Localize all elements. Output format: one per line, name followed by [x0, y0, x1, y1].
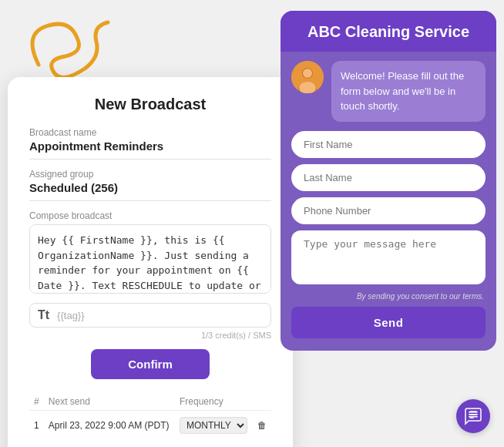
- col-next-send: Next send: [44, 393, 175, 411]
- phone-input[interactable]: [291, 197, 486, 224]
- chat-panel: ABC Cleaning Service Welcome! Please fil…: [281, 11, 496, 351]
- compose-label: Compose broadcast: [29, 210, 271, 221]
- broadcast-name-value: Appointment Reminders: [29, 139, 271, 160]
- chat-bubble-icon[interactable]: [456, 399, 490, 433]
- credit-info: 1/3 credit(s) / SMS: [29, 331, 271, 340]
- row-next-send: April 23, 2022 9:00 AM (PDT): [44, 411, 175, 441]
- broadcast-title: New Broadcast: [29, 96, 271, 113]
- first-name-input[interactable]: [291, 131, 486, 158]
- tag-placeholder: {{tag}}: [57, 310, 84, 321]
- send-button[interactable]: Send: [291, 307, 486, 338]
- svg-rect-7: [469, 412, 478, 413]
- col-frequency: Frequency: [175, 393, 253, 411]
- chat-welcome-text: Welcome! Please fill out the form below …: [331, 61, 486, 122]
- table-row: 1 April 23, 2022 9:00 AM (PDT) MONTHLY W…: [29, 411, 271, 441]
- text-format-icon: Tt: [38, 308, 49, 322]
- tag-row: Tt {{tag}}: [29, 303, 271, 328]
- row-frequency[interactable]: MONTHLY WEEKLY DAILY: [175, 411, 253, 441]
- col-hash: #: [29, 393, 44, 411]
- assigned-group-value: Scheduled (256): [29, 181, 271, 201]
- compose-textarea[interactable]: [29, 224, 271, 294]
- logo-squiggle: [15, 11, 116, 80]
- message-textarea[interactable]: [291, 230, 486, 284]
- schedule-table: # Next send Frequency 1 April 23, 2022 9…: [29, 393, 271, 440]
- row-delete[interactable]: 🗑: [253, 411, 271, 441]
- row-num: 1: [29, 411, 44, 441]
- frequency-select[interactable]: MONTHLY WEEKLY DAILY: [180, 417, 247, 434]
- consent-text: By sending you consent to our terms.: [291, 292, 486, 307]
- chat-header: ABC Cleaning Service: [281, 11, 496, 52]
- avatar: [291, 61, 324, 93]
- chat-form: By sending you consent to our terms.: [281, 131, 496, 307]
- svg-rect-5: [469, 414, 478, 415]
- assigned-group-label: Assigned group: [29, 169, 271, 180]
- svg-point-3: [303, 69, 312, 78]
- last-name-input[interactable]: [291, 164, 486, 191]
- broadcast-panel: New Broadcast Broadcast name Appointment…: [8, 77, 293, 447]
- confirm-button[interactable]: Confirm: [91, 349, 210, 379]
- chat-header-title: ABC Cleaning Service: [293, 23, 484, 41]
- broadcast-name-label: Broadcast name: [29, 127, 271, 138]
- svg-rect-6: [469, 416, 478, 418]
- chat-welcome-row: Welcome! Please fill out the form below …: [281, 52, 496, 131]
